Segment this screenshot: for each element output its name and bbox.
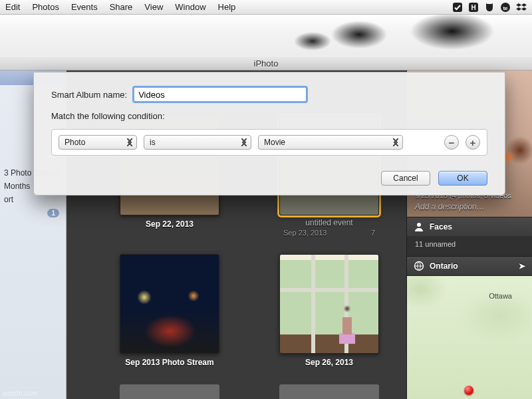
places-section-header[interactable]: Ontario ➤ xyxy=(407,256,532,275)
menuextra-h-icon[interactable]: H xyxy=(468,2,479,13)
event-caption: Sep 22, 2013 xyxy=(86,219,253,229)
remove-condition-button[interactable]: − xyxy=(444,135,459,150)
watermark: wsxdn.com xyxy=(3,390,38,397)
faces-section-header[interactable]: Faces xyxy=(407,217,532,236)
svg-point-5 xyxy=(417,223,421,227)
event-caption: Sep 2013 Photo Stream xyxy=(86,358,253,367)
event-thumb[interactable] xyxy=(120,384,219,399)
map-pin-icon xyxy=(464,386,473,395)
smart-album-sheet: Smart Album name: Match the following co… xyxy=(33,72,505,196)
condition-operator-select[interactable]: is xyxy=(144,135,251,150)
smart-album-name-input[interactable] xyxy=(134,87,307,102)
menu-edit[interactable]: Edit xyxy=(5,2,20,12)
condition-label: Match the following condition: xyxy=(51,111,487,121)
event-thumb[interactable] xyxy=(279,384,379,399)
svg-text:H: H xyxy=(471,4,475,11)
condition-row: Photo is Movie − + xyxy=(51,129,487,156)
sidebar-badge: 1 xyxy=(47,209,59,217)
places-map[interactable]: Ottawa xyxy=(407,275,532,399)
cancel-button[interactable]: Cancel xyxy=(381,171,430,186)
event-caption[interactable]: untitled event xyxy=(246,218,412,227)
menu-help[interactable]: Help xyxy=(218,2,236,12)
globe-icon xyxy=(414,261,424,271)
person-icon xyxy=(414,221,424,232)
name-label: Smart Album name: xyxy=(51,90,127,100)
menu-share[interactable]: Share xyxy=(110,2,133,12)
chevron-right-icon: ➤ xyxy=(519,261,525,271)
add-condition-button[interactable]: + xyxy=(466,135,480,150)
os-menubar: Edit Photos Events Share View Window Hel… xyxy=(0,0,532,15)
event-subcaption: Sep 23, 20137 xyxy=(279,229,379,237)
menuextra-te-icon[interactable]: te xyxy=(500,2,511,13)
window-title: iPhoto xyxy=(254,59,279,68)
menu-view[interactable]: View xyxy=(144,2,163,12)
event-caption: Sep 26, 2013 xyxy=(246,358,412,367)
map-city-label: Ottawa xyxy=(489,292,512,300)
menuextra-check-icon[interactable] xyxy=(452,2,463,13)
window-titlebar: iPhoto xyxy=(0,56,532,70)
menu-events[interactable]: Events xyxy=(71,2,98,12)
faces-body: 11 unnamed xyxy=(407,236,532,256)
info-description-field[interactable]: Add a description… xyxy=(415,202,485,211)
menu-window[interactable]: Window xyxy=(175,2,205,12)
event-thumb[interactable] xyxy=(120,254,219,354)
desktop-wallpaper xyxy=(0,15,532,56)
condition-field-select[interactable]: Photo xyxy=(59,135,137,150)
menu-photos[interactable]: Photos xyxy=(32,2,59,12)
svg-text:te: te xyxy=(503,5,508,11)
ok-button[interactable]: OK xyxy=(438,171,487,186)
event-thumb[interactable] xyxy=(279,254,379,354)
menuextra-dropbox-icon[interactable] xyxy=(516,2,527,13)
menuextra-evernote-icon[interactable] xyxy=(484,2,495,13)
condition-value-select[interactable]: Movie xyxy=(258,135,403,150)
